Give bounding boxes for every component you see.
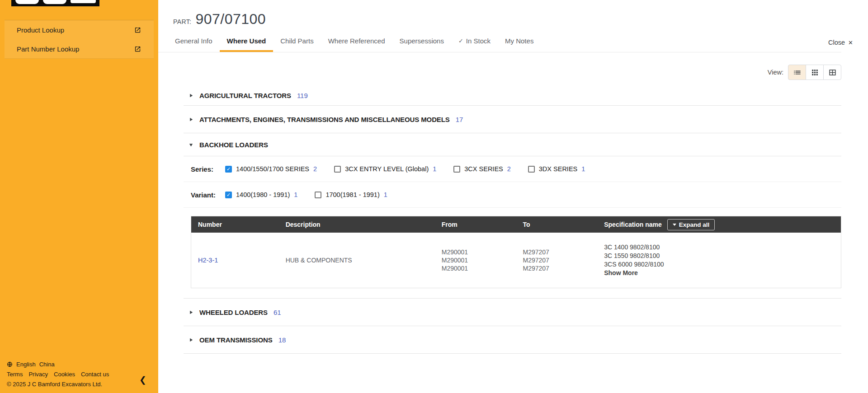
tab-my-notes[interactable]: My Notes (498, 32, 541, 52)
grid-dense-view-button[interactable] (806, 65, 824, 80)
section-backhoe-loaders[interactable]: BACKHOE LOADERS (184, 133, 841, 156)
part-number: 907/07100 (195, 11, 266, 28)
triangle-right-icon (189, 117, 193, 122)
series-option-3cx-entry-level[interactable]: 3CX ENTRY LEVEL (Global) 1 (334, 165, 436, 173)
caret-down-icon (673, 224, 676, 226)
series-option-1400-1550-1700[interactable]: 1400/1550/1700 SERIES 2 (225, 165, 317, 173)
lookup-menu: Product Lookup Part Number Lookup (5, 20, 154, 59)
list-view-icon (793, 68, 802, 77)
column-header-description: Description (279, 216, 435, 233)
cookies-link[interactable]: Cookies (54, 371, 75, 378)
description-cell: HUB & COMPONENTS (279, 233, 435, 288)
checkbox-unchecked-icon (334, 166, 341, 173)
tab-general-info[interactable]: General Info (168, 32, 220, 52)
triangle-right-icon (189, 310, 193, 315)
table-row: H2-3-1 HUB & COMPONENTS M290001 M290001 … (191, 233, 841, 288)
tab-where-used[interactable]: Where Used (220, 32, 274, 52)
collapse-sidebar-button[interactable]: ❮ (139, 375, 146, 384)
column-header-number: Number (191, 216, 279, 233)
sidebar: Product Lookup Part Number Lookup Englis… (0, 0, 158, 393)
tab-in-stock[interactable]: ✓ In Stock (451, 32, 498, 52)
section-count: 61 (274, 309, 281, 316)
globe-icon (7, 361, 13, 367)
expand-all-button[interactable]: Expand all (667, 219, 715, 230)
column-header-from: From (435, 216, 516, 233)
section-attachments-engines[interactable]: ATTACHMENTS, ENGINES, TRANSMISSIONS AND … (184, 106, 841, 133)
sidebar-footer: English China Terms Privacy Cookies Cont… (7, 361, 109, 388)
grid-2x2-view-button[interactable] (823, 65, 841, 80)
tab-where-referenced[interactable]: Where Referenced (321, 32, 392, 52)
view-toggle-group (788, 65, 841, 80)
table-header-row: Number Description From To Specification… (191, 216, 841, 233)
tab-bar: General Info Where Used Child Parts Wher… (158, 32, 841, 52)
from-cell: M290001 M290001 M290001 (435, 233, 516, 288)
language-label[interactable]: English (16, 361, 36, 368)
to-cell: M297207 M297207 M297207 (516, 233, 597, 288)
triangle-down-icon (189, 142, 193, 147)
list-view-button[interactable] (788, 65, 806, 80)
section-oem-transmissions[interactable]: OEM TRANSMISSIONS 18 (184, 326, 841, 354)
jcb-logo-letter (15, 0, 39, 4)
view-toolbar: View: (158, 65, 841, 80)
series-option-3dx-series[interactable]: 3DX SERIES 1 (528, 165, 585, 173)
region-label[interactable]: China (39, 361, 55, 368)
variant-option-1400[interactable]: 1400(1980 - 1991) 1 (225, 191, 297, 198)
checkbox-unchecked-icon (315, 192, 321, 198)
where-used-table: Number Description From To Specification… (191, 216, 841, 288)
show-more-link[interactable]: Show More (604, 269, 840, 277)
series-filter-label: Series: (191, 165, 225, 173)
grid-dense-view-icon (811, 68, 819, 77)
part-header: PART: 907/07100 (158, 0, 868, 28)
in-stock-check-icon: ✓ (458, 37, 463, 44)
series-option-3cx-series[interactable]: 3CX SERIES 2 (453, 165, 511, 173)
specification-cell: 3C 1400 9802/8100 3C 1550 9802/8100 3CS … (597, 233, 841, 288)
part-number-link[interactable]: H2-3-1 (198, 257, 218, 264)
section-agricultural-tractors[interactable]: AGRICULTURAL TRACTORS 119 (184, 85, 841, 106)
external-link-icon (134, 27, 141, 33)
section-label: ATTACHMENTS, ENGINES, TRANSMISSIONS AND … (199, 116, 450, 123)
grid-2x2-view-icon (828, 68, 837, 77)
section-label: AGRICULTURAL TRACTORS (199, 92, 291, 99)
app-root: Product Lookup Part Number Lookup Englis… (0, 0, 868, 393)
checkbox-unchecked-icon (528, 166, 535, 173)
section-label: OEM TRANSMISSIONS (199, 336, 273, 344)
jcb-logo[interactable] (11, 0, 99, 6)
tab-in-stock-label: In Stock (466, 37, 491, 45)
terms-link[interactable]: Terms (7, 371, 23, 378)
sidebar-item-label: Product Lookup (17, 26, 64, 34)
sidebar-item-label: Part Number Lookup (17, 45, 79, 53)
privacy-link[interactable]: Privacy (28, 371, 48, 378)
backhoe-loaders-content: Series: 1400/1550/1700 SERIES 2 3CX ENTR… (184, 156, 841, 299)
variant-option-1700[interactable]: 1700(1981 - 1991) 1 (315, 191, 387, 198)
jcb-logo-letter (71, 0, 96, 3)
sidebar-item-product-lookup[interactable]: Product Lookup (5, 20, 154, 39)
column-header-specification: Specification name Expand all (597, 216, 841, 233)
close-icon: ✕ (848, 39, 853, 46)
part-label: PART: (173, 18, 191, 25)
category-sections: AGRICULTURAL TRACTORS 119 ATTACHMENTS, E… (184, 85, 841, 354)
section-count: 18 (278, 336, 286, 344)
view-label: View: (768, 69, 783, 76)
contact-us-link[interactable]: Contact us (81, 371, 109, 378)
checkbox-checked-icon (225, 166, 232, 173)
jcb-logo-letter (43, 0, 66, 4)
copyright-text: © 2025 J C Bamford Excavators Ltd. (7, 381, 109, 388)
series-filter-row: Series: 1400/1550/1700 SERIES 2 3CX ENTR… (184, 156, 841, 182)
section-count: 17 (456, 116, 463, 123)
section-count: 119 (297, 92, 308, 99)
section-wheeled-loaders[interactable]: WHEELED LOADERS 61 (184, 299, 841, 326)
main-content: PART: 907/07100 Close ✕ General Info Whe… (158, 0, 868, 393)
column-header-to: To (516, 216, 597, 233)
external-link-icon (134, 46, 141, 52)
checkbox-unchecked-icon (453, 166, 460, 173)
triangle-right-icon (189, 93, 193, 98)
footer-links: Terms Privacy Cookies Contact us (7, 371, 109, 378)
tab-child-parts[interactable]: Child Parts (273, 32, 321, 52)
section-label: WHEELED LOADERS (199, 309, 268, 316)
section-label: BACKHOE LOADERS (199, 141, 268, 149)
variant-filter-label: Variant: (191, 191, 225, 199)
variant-filter-row: Variant: 1400(1980 - 1991) 1 1700(1981 -… (184, 182, 841, 208)
sidebar-item-part-number-lookup[interactable]: Part Number Lookup (5, 39, 154, 58)
tab-supersessions[interactable]: Supersessions (392, 32, 451, 52)
language-row: English China (7, 361, 109, 368)
